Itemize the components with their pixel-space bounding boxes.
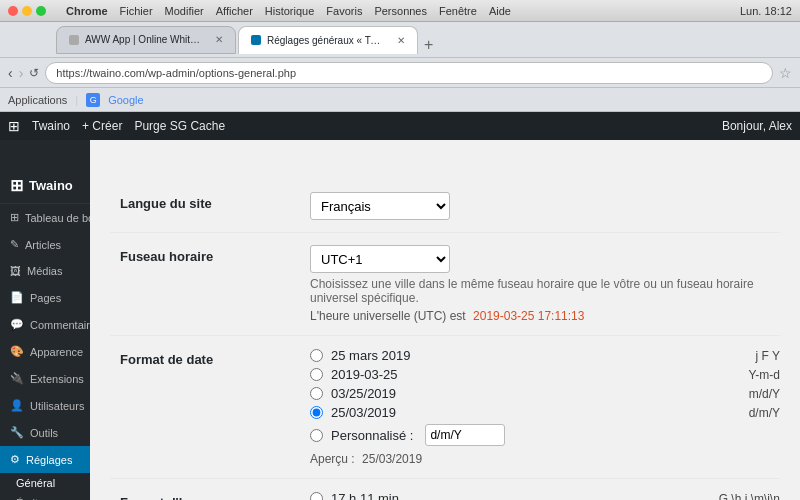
date-label-1: 2019-03-25 (331, 367, 398, 382)
sidebar-extensions-label: Extensions (30, 373, 84, 385)
tab-aww-favicon (69, 35, 79, 45)
pages-icon: 📄 (10, 291, 24, 304)
mac-menu-modifier[interactable]: Modifier (165, 5, 204, 17)
sidebar-articles-label: Articles (25, 239, 61, 251)
mac-menu-afficher[interactable]: Afficher (216, 5, 253, 17)
mac-menu-aide[interactable]: Aide (489, 5, 511, 17)
langue-field: Français (310, 192, 780, 220)
langue-row: Langue du site Français (110, 180, 780, 233)
tab-aww-label: AWW App | Online Whiteboar... (85, 34, 205, 45)
date-radio-4[interactable] (310, 429, 323, 442)
date-label-4: Personnalisé : (331, 428, 413, 443)
medias-icon: 🖼 (10, 265, 21, 277)
sidebar-utilisateurs-label: Utilisateurs (30, 400, 84, 412)
star-button[interactable]: ☆ (779, 65, 792, 81)
sidebar-item-extensions[interactable]: 🔌 Extensions (0, 365, 90, 392)
wp-layout: ⊞ Twaino ⊞ Tableau de bord ✎ Articles 🖼 … (0, 140, 800, 500)
sidebar-item-outils[interactable]: 🔧 Outils (0, 419, 90, 446)
back-button[interactable]: ‹ (8, 65, 13, 81)
mac-menu-personnes[interactable]: Personnes (374, 5, 427, 17)
tab-reglages-label: Réglages généraux « Twaino... (267, 35, 387, 46)
sidebar-medias-label: Médias (27, 265, 62, 277)
extensions-icon: 🔌 (10, 372, 24, 385)
date-option-1: 2019-03-25 Y-m-d (310, 367, 780, 382)
sidebar-apparence-label: Apparence (30, 346, 83, 358)
bookmarks-bar: Applications | G Google (0, 88, 800, 112)
tab-aww-close[interactable]: ✕ (215, 34, 223, 45)
format-heure-field: 17 h 11 min G \h i \m\i\n 5:11 g:i A 17:… (310, 491, 780, 500)
sidebar-item-apparence[interactable]: 🎨 Apparence (0, 338, 90, 365)
articles-icon: ✎ (10, 238, 19, 251)
wp-logo[interactable]: ⊞ (8, 118, 20, 134)
sidebar: ⊞ Twaino ⊞ Tableau de bord ✎ Articles 🖼 … (0, 140, 90, 500)
dashboard-icon: ⊞ (10, 211, 19, 224)
sidebar-item-commentaires[interactable]: 💬 Commentaires (0, 311, 90, 338)
wp-admin-bar: ⊞ Twaino + Créer Purge SG Cache Bonjour,… (0, 112, 800, 140)
minimize-button[interactable] (22, 6, 32, 16)
bookmark-applications[interactable]: Applications (8, 94, 67, 106)
langue-label: Langue du site (110, 192, 310, 220)
date-apercu-label: Aperçu : (310, 452, 355, 466)
tab-reglages-favicon (251, 35, 261, 45)
tab-reglages[interactable]: Réglages généraux « Twaino... ✕ (238, 26, 418, 54)
window-controls[interactable] (8, 6, 46, 16)
mac-menu-historique[interactable]: Historique (265, 5, 315, 17)
format-date-label: Format de date (110, 348, 310, 466)
fuseau-row: Fuseau horaire UTC+1 Choisissez une vill… (110, 233, 780, 336)
fuseau-label: Fuseau horaire (110, 245, 310, 323)
sidebar-sub-general[interactable]: Général (0, 473, 90, 493)
main-content: Langue du site Français Fuseau horaire U… (90, 140, 800, 500)
wp-greeting: Bonjour, Alex (722, 119, 792, 133)
mac-menu-favoris[interactable]: Favoris (326, 5, 362, 17)
mac-menu-fenetre[interactable]: Fenêtre (439, 5, 477, 17)
format-date-field: 25 mars 2019 j F Y 2019-03-25 Y-m-d 03/2… (310, 348, 780, 466)
tab-aww[interactable]: AWW App | Online Whiteboar... ✕ (56, 26, 236, 54)
wp-admin-creer[interactable]: + Créer (82, 119, 122, 133)
utc-label: L'heure universelle (UTC) est (310, 309, 466, 323)
date-code-0: j F Y (716, 349, 780, 363)
wp-admin-purge[interactable]: Purge SG Cache (134, 119, 225, 133)
sidebar-sub-ecriture[interactable]: Écriture (0, 493, 90, 500)
settings-form: Langue du site Français Fuseau horaire U… (110, 180, 780, 500)
date-radio-0[interactable] (310, 349, 323, 362)
bookmark-g[interactable]: G (86, 93, 100, 107)
sidebar-item-medias[interactable]: 🖼 Médias (0, 258, 90, 284)
sidebar-reglages-label: Réglages (26, 454, 72, 466)
address-bar: ‹ › ↺ ☆ (0, 58, 800, 88)
fuseau-select[interactable]: UTC+1 (310, 245, 450, 273)
format-heure-label: Format d'heure (110, 491, 310, 500)
close-button[interactable] (8, 6, 18, 16)
date-apercu-value: 25/03/2019 (362, 452, 422, 466)
sidebar-item-utilisateurs[interactable]: 👤 Utilisateurs (0, 392, 90, 419)
fuseau-field: UTC+1 Choisissez une ville dans le même … (310, 245, 780, 323)
sidebar-item-reglages[interactable]: ⚙ Réglages (0, 446, 90, 473)
forward-button[interactable]: › (19, 65, 24, 81)
settings-icon: ⚙ (10, 453, 20, 466)
sidebar-item-tableau[interactable]: ⊞ Tableau de bord (0, 204, 90, 231)
langue-select[interactable]: Français (310, 192, 450, 220)
bookmark-google[interactable]: Google (108, 94, 143, 106)
refresh-button[interactable]: ↺ (29, 66, 39, 80)
utc-time: L'heure universelle (UTC) est 2019-03-25… (310, 309, 780, 323)
sidebar-item-articles[interactable]: ✎ Articles (0, 231, 90, 258)
heure-radio-0[interactable] (310, 492, 323, 500)
date-radio-2[interactable] (310, 387, 323, 400)
chrome-tab-bar: AWW App | Online Whiteboar... ✕ Réglages… (0, 22, 800, 58)
mac-menu-chrome[interactable]: Chrome (66, 5, 108, 17)
comments-icon: 💬 (10, 318, 24, 331)
address-input[interactable] (45, 62, 773, 84)
mac-menu-fichier[interactable]: Fichier (120, 5, 153, 17)
date-code-3: d/m/Y (709, 406, 780, 420)
mac-time: Lun. 18:12 (740, 5, 792, 17)
new-tab-button[interactable]: + (424, 36, 433, 54)
wp-admin-twaino[interactable]: Twaino (32, 119, 70, 133)
heure-code-0: G \h i \m\i\n (679, 492, 780, 501)
sidebar-pages-label: Pages (30, 292, 61, 304)
sidebar-item-pages[interactable]: 📄 Pages (0, 284, 90, 311)
date-custom-input[interactable] (425, 424, 505, 446)
maximize-button[interactable] (36, 6, 46, 16)
date-code-2: m/d/Y (709, 387, 780, 401)
tab-reglages-close[interactable]: ✕ (397, 35, 405, 46)
date-radio-1[interactable] (310, 368, 323, 381)
date-radio-3[interactable] (310, 406, 323, 419)
